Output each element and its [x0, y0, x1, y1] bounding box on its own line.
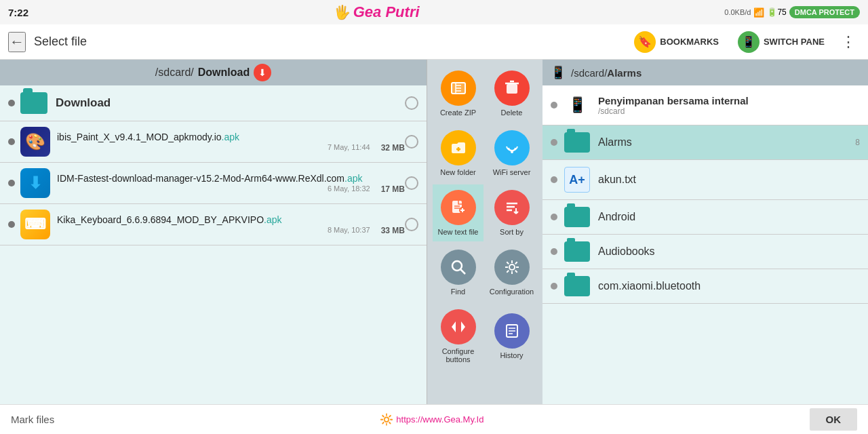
svg-line-18 — [460, 269, 465, 274]
bookmarks-label: BOOKMARKS — [660, 37, 719, 47]
left-pane: /sdcard/ Download ⬇ Download 🎨 ibis_P — [0, 60, 427, 404]
file-name-ibis: ibis_Paint_X_v9.4.1_MOD_apkmody.io.apk — [57, 131, 405, 143]
history-button[interactable]: History — [486, 304, 537, 369]
storage-root-item[interactable]: 📱 Penyimpanan bersama internal /sdcard — [542, 85, 868, 125]
main-layout: /sdcard/ Download ⬇ Download 🎨 ibis_P — [0, 60, 868, 404]
file-size-kika: 33 MB — [381, 226, 405, 235]
download-badge-icon: ⬇ — [254, 64, 271, 81]
folder-name: Download — [56, 96, 405, 110]
signal-icon: 📶 — [753, 7, 764, 18]
file-item-idm[interactable]: ⬇ IDM-Fastest-download-manager-v15.2-Mod… — [0, 163, 427, 204]
audiobooks-name: Audiobooks — [598, 245, 860, 258]
left-path-folder: Download — [198, 66, 250, 79]
file-size-idm: 17 MB — [381, 184, 405, 194]
file-meta-kika: 8 May, 10:37 33 MB — [57, 226, 405, 235]
right-folder-audiobooks[interactable]: Audiobooks — [542, 235, 868, 269]
svg-marker-21 — [461, 321, 465, 332]
switch-pane-button[interactable]: 📱 SWITCH PANE — [731, 27, 831, 57]
find-button[interactable]: Find — [433, 244, 484, 301]
right-folder-xiaomi-bt[interactable]: com.xiaomi.bluetooth — [542, 269, 868, 304]
file-icon-idm: ⬇ — [20, 168, 50, 198]
right-folder-alarms[interactable]: Alarms 8 — [542, 125, 868, 160]
status-bar: 7:22 🖐 Gea Putri 0.0KB/d 📶 🔋75 DMCA PROT… — [0, 0, 868, 24]
file-dot-kika — [8, 221, 15, 228]
bookmarks-icon: 🔖 — [634, 31, 656, 53]
right-file-akun[interactable]: A+ akun.txt — [542, 160, 868, 200]
file-date-ibis: 7 May, 11:44 — [328, 143, 370, 153]
akun-file-icon: A+ — [564, 167, 590, 193]
create-zip-button[interactable]: Create ZIP — [433, 65, 484, 122]
file-icon-ibis: 🎨 — [20, 127, 50, 157]
storage-title: Penyimpanan bersama internal — [598, 95, 749, 106]
svg-point-19 — [509, 264, 515, 270]
alarms-folder-icon — [564, 132, 590, 153]
bookmarks-button[interactable]: 🔖 BOOKMARKS — [627, 27, 726, 57]
svg-marker-20 — [452, 321, 456, 332]
file-item-ibis[interactable]: 🎨 ibis_Paint_X_v9.4.1_MOD_apkmody.io.apk… — [0, 121, 427, 163]
configure-buttons-icon — [441, 309, 476, 344]
delete-button[interactable]: Delete — [486, 65, 537, 122]
folder-item-download[interactable]: Download — [0, 85, 427, 121]
android-dot — [551, 214, 557, 220]
right-pane: 📱 /sdcard/Alarms 📱 Penyimpanan bersama i… — [542, 60, 868, 404]
file-radio-idm[interactable] — [405, 176, 418, 190]
app-logo: 🖐 Gea Putri — [334, 3, 420, 21]
folder-icon — [20, 92, 47, 114]
toolbar-title: Select file — [34, 35, 619, 49]
new-text-file-label: New text file — [438, 228, 479, 236]
android-name: Android — [598, 211, 860, 223]
file-meta-ibis: 7 May, 11:44 32 MB — [57, 143, 405, 153]
wifi-server-label: WiFi server — [493, 168, 531, 176]
more-options-button[interactable]: ⋮ — [837, 33, 860, 51]
history-icon — [494, 313, 530, 349]
phone-icon: 📱 — [551, 65, 566, 80]
left-path-bar: /sdcard/ Download ⬇ — [0, 60, 427, 85]
bandwidth-text: 0.0KB/d — [724, 8, 751, 16]
back-button[interactable]: ← — [8, 32, 26, 52]
file-name-kika: Kika_Keyboard_6.6.9.6894_MOD_BY_APKVIPO.… — [57, 214, 405, 226]
configuration-button[interactable]: Configuration — [486, 244, 537, 301]
storage-sub: /sdcard — [598, 106, 749, 116]
right-folder-android[interactable]: Android — [542, 200, 868, 235]
file-name-idm: IDM-Fastest-download-manager-v15.2-Mod-A… — [57, 172, 405, 184]
folder-radio[interactable] — [405, 96, 418, 110]
file-dot-idm — [8, 180, 15, 186]
new-folder-button[interactable]: New folder — [433, 125, 484, 182]
sort-by-label: Sort by — [500, 228, 524, 236]
audiobooks-folder-icon — [564, 241, 590, 262]
file-date-idm: 6 May, 18:32 — [328, 184, 370, 194]
configure-buttons-button[interactable]: Configure buttons — [433, 304, 484, 369]
alarms-name: Alarms — [598, 136, 852, 149]
delete-icon — [494, 71, 530, 106]
ok-button[interactable]: OK — [810, 408, 858, 431]
right-path-text: /sdcard/Alarms — [571, 67, 642, 79]
file-date-kika: 8 May, 10:37 — [328, 226, 370, 235]
logo-text: Gea Putri — [353, 3, 420, 21]
android-folder-icon — [564, 207, 590, 227]
file-size-ibis: 32 MB — [381, 143, 405, 153]
watermark-area: 🔆 https://www.Gea.My.Id — [380, 413, 484, 426]
left-path-prefix: /sdcard/ — [155, 66, 194, 79]
new-text-file-button[interactable]: New text file — [433, 184, 484, 241]
svg-point-17 — [452, 261, 462, 271]
context-panel: Create ZIP Delete New folder WiFi server… — [427, 60, 542, 404]
file-item-kika[interactable]: ⌨ Kika_Keyboard_6.6.9.6894_MOD_BY_APKVIP… — [0, 204, 427, 245]
file-dot-ibis — [8, 138, 15, 145]
switch-pane-icon: 📱 — [738, 31, 760, 53]
file-radio-ibis[interactable] — [405, 135, 418, 149]
new-folder-icon — [441, 130, 476, 165]
configuration-label: Configuration — [490, 288, 534, 296]
audiobooks-dot — [551, 248, 557, 255]
bottom-bar: Mark files 🔆 https://www.Gea.My.Id OK — [0, 404, 868, 434]
toolbar-actions: 🔖 BOOKMARKS 📱 SWITCH PANE ⋮ — [627, 27, 860, 57]
file-radio-kika[interactable] — [405, 218, 418, 231]
sort-by-button[interactable]: Sort by — [486, 184, 537, 241]
wifi-server-button[interactable]: WiFi server — [486, 125, 537, 182]
create-zip-icon — [441, 71, 476, 106]
file-info-kika: Kika_Keyboard_6.6.9.6894_MOD_BY_APKVIPO.… — [57, 214, 405, 235]
file-info-ibis: ibis_Paint_X_v9.4.1_MOD_apkmody.io.apk 7… — [57, 131, 405, 153]
new-text-file-icon — [441, 190, 476, 225]
file-icon-kika: ⌨ — [20, 210, 50, 239]
status-right: 0.0KB/d 📶 🔋75 DMCA PROTECT — [724, 6, 860, 18]
sort-by-icon — [494, 190, 530, 225]
